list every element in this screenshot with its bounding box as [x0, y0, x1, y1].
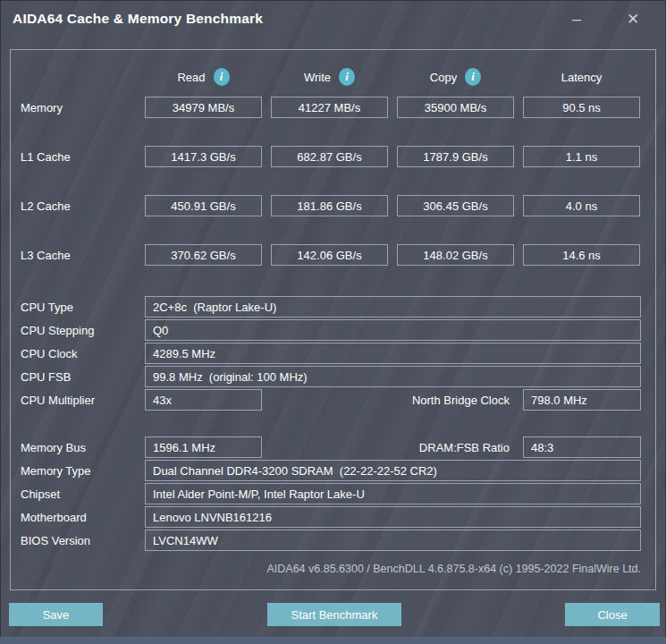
row-label-memory-bus: Memory Bus: [21, 436, 86, 458]
version-text: AIDA64 v6.85.6300 / BenchDLL 4.6.875.8-x…: [266, 563, 641, 575]
aida64-benchmark-window: AIDA64 Cache & Memory Benchmark – ✕ Read…: [0, 0, 666, 644]
memory-bus-field: 1596.1 MHz: [145, 436, 262, 458]
cpu-type-field: 2C+8c (Raptor Lake-U): [145, 296, 641, 318]
read-info-icon[interactable]: i: [214, 68, 230, 86]
row-label-memory: Memory: [21, 97, 63, 118]
north-bridge-clock-field: 798.0 MHz: [523, 389, 641, 411]
benchmark-panel: Read i Write i Copy i Latency Memory 349…: [10, 49, 656, 590]
memory-write-field: 41227 MB/s: [271, 97, 388, 118]
minimize-icon: –: [572, 10, 581, 29]
row-label-l3-cache: L3 Cache: [21, 244, 71, 266]
close-icon: ✕: [627, 10, 639, 29]
close-action-button[interactable]: Close: [565, 603, 660, 626]
l3-read-field: 370.62 GB/s: [145, 244, 262, 266]
memory-copy-field: 35900 MB/s: [397, 97, 514, 118]
column-header-read: Read i: [145, 68, 262, 86]
copy-info-icon[interactable]: i: [465, 68, 481, 86]
l1-latency-field: 1.1 ns: [523, 146, 640, 167]
row-label-motherboard: Motherboard: [21, 506, 87, 528]
l3-latency-field: 14.6 ns: [523, 244, 640, 266]
title-bar: AIDA64 Cache & Memory Benchmark – ✕: [0, 0, 666, 39]
l2-latency-field: 4.0 ns: [523, 195, 640, 216]
cpu-stepping-field: Q0: [145, 319, 641, 341]
column-header-latency: Latency: [523, 68, 640, 86]
dram-fsb-ratio-field: 48:3: [523, 436, 641, 458]
row-label-cpu-type: CPU Type: [21, 296, 73, 318]
row-label-l1-cache: L1 Cache: [21, 146, 71, 167]
column-header-write: Write i: [271, 68, 388, 86]
memory-read-field: 34979 MB/s: [145, 97, 262, 118]
window-title: AIDA64 Cache & Memory Benchmark: [13, 11, 263, 27]
memory-latency-field: 90.5 ns: [523, 97, 640, 118]
row-label-cpu-clock: CPU Clock: [21, 343, 78, 364]
start-benchmark-button[interactable]: Start Benchmark: [267, 603, 401, 626]
row-label-bios-version: BIOS Version: [21, 530, 90, 551]
minimize-button[interactable]: –: [559, 5, 594, 32]
column-header-copy: Copy i: [397, 68, 514, 86]
l2-copy-field: 306.45 GB/s: [397, 195, 514, 216]
l3-write-field: 142.06 GB/s: [271, 244, 388, 266]
write-column-label: Write: [304, 71, 331, 84]
motherboard-field: Lenovo LNVNB161216: [145, 506, 641, 528]
cpu-multiplier-field: 43x: [145, 389, 262, 411]
row-label-cpu-multiplier: CPU Multiplier: [21, 389, 95, 411]
l1-copy-field: 1787.9 GB/s: [397, 146, 514, 167]
dram-fsb-ratio-label: DRAM:FSB Ratio: [331, 436, 510, 458]
memory-type-field: Dual Channel DDR4-3200 SDRAM (22-22-22-5…: [145, 460, 641, 481]
l3-copy-field: 148.02 GB/s: [397, 244, 514, 266]
l1-read-field: 1417.3 GB/s: [145, 146, 262, 167]
row-label-cpu-stepping: CPU Stepping: [21, 319, 94, 341]
l2-write-field: 181.86 GB/s: [271, 195, 388, 216]
bios-version-field: LVCN14WW: [145, 530, 641, 551]
cpu-fsb-field: 99.8 MHz (original: 100 MHz): [145, 366, 641, 387]
copy-column-label: Copy: [430, 71, 457, 84]
row-label-chipset: Chipset: [21, 483, 60, 504]
cpu-clock-field: 4289.5 MHz: [145, 343, 641, 364]
read-column-label: Read: [177, 71, 205, 84]
row-label-cpu-fsb: CPU FSB: [21, 366, 71, 387]
close-button[interactable]: ✕: [615, 5, 651, 32]
save-button[interactable]: Save: [9, 603, 103, 626]
row-label-l2-cache: L2 Cache: [21, 195, 71, 216]
row-label-memory-type: Memory Type: [21, 460, 91, 481]
chipset-field: Intel Alder Point-M/P, Intel Raptor Lake…: [145, 483, 641, 504]
write-info-icon[interactable]: i: [339, 68, 355, 86]
l2-read-field: 450.91 GB/s: [145, 195, 262, 216]
l1-write-field: 682.87 GB/s: [271, 146, 388, 167]
north-bridge-clock-label: North Bridge Clock: [331, 389, 510, 411]
latency-column-label: Latency: [561, 71, 603, 84]
bottom-status-strip: [0, 637, 666, 644]
